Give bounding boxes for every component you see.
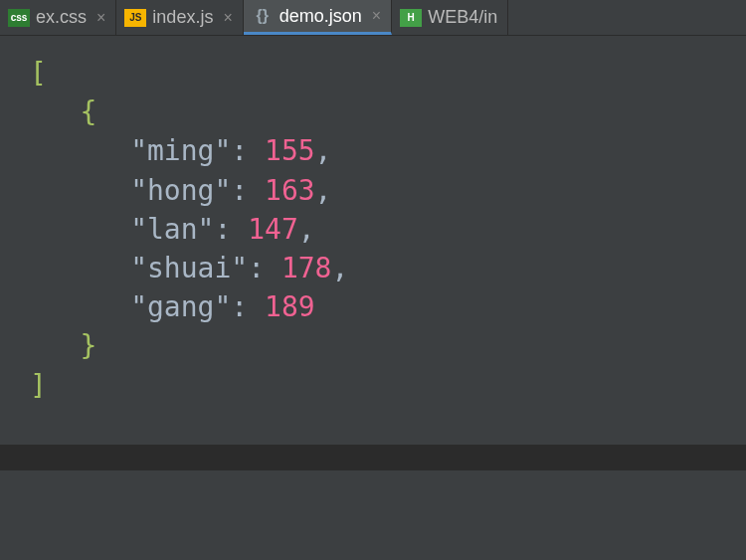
tab-label: index.js	[152, 7, 213, 28]
code-line: "ming": 155,	[30, 131, 746, 170]
json-icon: {}	[252, 7, 274, 25]
code-line: "lan": 147,	[30, 210, 746, 249]
tab-label: demo.json	[280, 6, 362, 27]
tab-label: ex.css	[36, 7, 87, 28]
comma: ,	[298, 213, 315, 246]
json-key: "ming"	[130, 134, 231, 167]
comma: ,	[315, 174, 332, 207]
json-value: 163	[265, 174, 315, 207]
json-key: "shuai"	[130, 252, 248, 284]
colon: :	[214, 213, 248, 246]
json-key: "hong"	[130, 174, 231, 207]
open-brace: {	[81, 95, 97, 128]
html-icon: H	[400, 9, 422, 27]
json-key: "gang"	[130, 290, 231, 323]
tab-css[interactable]: css ex.css ×	[0, 0, 116, 35]
json-value: 155	[265, 134, 315, 167]
json-value: 147	[248, 213, 298, 246]
json-key: "lan"	[130, 213, 214, 246]
tab-label: WEB4/in	[428, 7, 497, 28]
close-bracket: ]	[30, 369, 47, 402]
close-brace: }	[81, 329, 97, 362]
colon: :	[231, 290, 265, 323]
tab-html[interactable]: H WEB4/in	[392, 0, 508, 35]
open-bracket: [	[30, 57, 47, 90]
js-icon: JS	[124, 9, 146, 27]
code-editor[interactable]: [ { "ming": 155, "hong": 163, "lan": 147…	[0, 36, 746, 405]
comma: ,	[331, 252, 348, 284]
colon: :	[248, 252, 281, 284]
status-bar	[0, 445, 746, 470]
tab-bar: css ex.css × JS index.js × {} demo.json …	[0, 0, 746, 36]
colon: :	[231, 174, 265, 207]
json-value: 178	[281, 252, 332, 284]
code-line: "hong": 163,	[30, 171, 746, 210]
close-icon[interactable]: ×	[372, 7, 381, 25]
tab-js[interactable]: JS index.js ×	[116, 0, 243, 35]
close-icon[interactable]: ×	[223, 9, 232, 27]
comma: ,	[315, 134, 332, 167]
json-value: 189	[265, 290, 315, 323]
close-icon[interactable]: ×	[96, 9, 105, 27]
colon: :	[231, 134, 265, 167]
css-icon: css	[8, 9, 30, 27]
code-line: "gang": 189	[30, 287, 746, 326]
code-line: "shuai": 178,	[30, 249, 746, 287]
tab-json[interactable]: {} demo.json ×	[244, 0, 392, 35]
